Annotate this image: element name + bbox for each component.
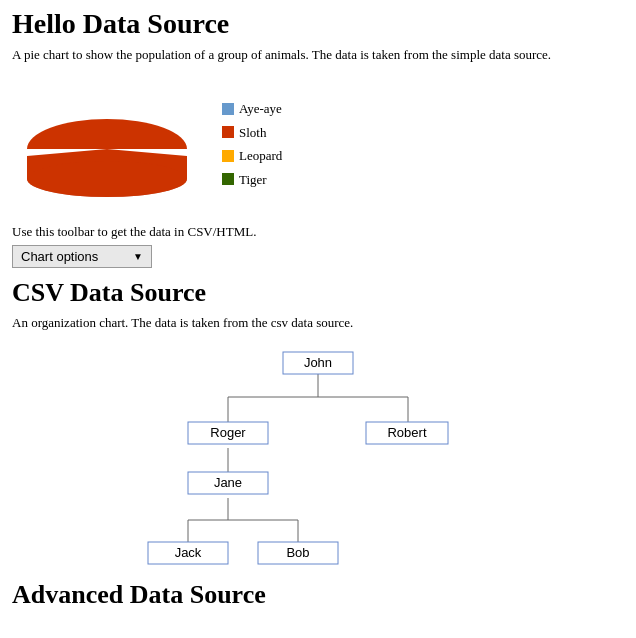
legend-label-sloth: Sloth <box>239 121 266 144</box>
node-roger: Roger <box>210 425 246 440</box>
legend-label-leopard: Leopard <box>239 144 282 167</box>
node-bob: Bob <box>286 545 309 560</box>
pie-chart-area: Aye-aye Sloth Leopard Tiger <box>12 74 624 214</box>
org-chart-svg: John Roger Robert Jane Jack Bob <box>128 342 508 572</box>
legend-item-tiger: Tiger <box>222 168 282 191</box>
legend-color-sloth <box>222 126 234 138</box>
org-chart-container: John Roger Robert Jane Jack Bob <box>12 342 624 572</box>
chart-options-label: Chart options <box>21 249 98 264</box>
csv-description: An organization chart. The data is taken… <box>12 314 624 332</box>
node-jack: Jack <box>175 545 202 560</box>
svg-point-2 <box>27 161 187 197</box>
dropdown-arrow-icon: ▼ <box>133 251 143 262</box>
hello-section: Hello Data Source A pie chart to show th… <box>12 8 624 268</box>
chart-options-button[interactable]: Chart options ▼ <box>12 245 152 268</box>
legend-color-leopard <box>222 150 234 162</box>
legend-item-leopard: Leopard <box>222 144 282 167</box>
advanced-title: Advanced Data Source <box>12 580 624 610</box>
node-john: John <box>304 355 332 370</box>
csv-section: CSV Data Source An organization chart. T… <box>12 278 624 572</box>
pie-chart <box>12 74 202 214</box>
hello-description: A pie chart to show the population of a … <box>12 46 624 64</box>
legend-color-ayeaye <box>222 103 234 115</box>
legend-item-sloth: Sloth <box>222 121 282 144</box>
legend-item-ayeaye: Aye-aye <box>222 97 282 120</box>
legend-label-tiger: Tiger <box>239 168 267 191</box>
csv-title: CSV Data Source <box>12 278 624 308</box>
toolbar-label: Use this toolbar to get the data in CSV/… <box>12 224 624 240</box>
pie-legend: Aye-aye Sloth Leopard Tiger <box>222 97 282 191</box>
hello-title: Hello Data Source <box>12 8 624 40</box>
node-robert: Robert <box>387 425 426 440</box>
legend-color-tiger <box>222 173 234 185</box>
node-jane: Jane <box>214 475 242 490</box>
legend-label-ayeaye: Aye-aye <box>239 97 282 120</box>
advanced-section: Advanced Data Source <box>12 580 624 610</box>
